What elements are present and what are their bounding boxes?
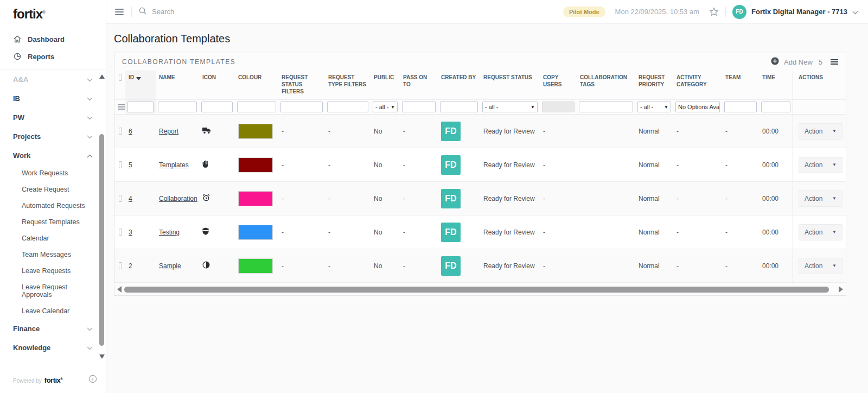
scroll-up-arrow-icon[interactable] <box>99 74 105 79</box>
column-header-copy_users[interactable]: COPY USERS <box>540 71 577 99</box>
column-header-public[interactable]: PUBLIC <box>371 71 400 99</box>
column-header-team[interactable]: TEAM <box>722 71 759 99</box>
row-name-link[interactable]: Templates <box>159 161 189 169</box>
row-id-link[interactable]: 3 <box>129 229 132 236</box>
table-filter-row: - all -▼- all -▼- all -▼No Options Ava▼ <box>114 100 846 115</box>
filter-team-input[interactable] <box>724 102 757 112</box>
sidebar-item-knowledge[interactable]: Knowledge <box>0 338 98 357</box>
column-header-actions[interactable]: ACTIONS <box>793 71 846 99</box>
column-header-collaboration_tags[interactable]: COLLABORATION TAGS <box>577 71 635 99</box>
scrollbar-thumb[interactable] <box>124 287 829 293</box>
row-name-link[interactable]: Sample <box>159 262 181 270</box>
cell-value: - <box>725 128 727 135</box>
filter-menu-icon[interactable] <box>118 104 125 110</box>
sidebar-item-people[interactable]: People <box>0 357 98 363</box>
sidebar-item-request-templates[interactable]: Request Templates <box>0 214 98 230</box>
row-name-link[interactable]: Testing <box>159 229 180 236</box>
sidebar-item-finance[interactable]: Finance <box>0 319 98 338</box>
search-input[interactable] <box>152 8 315 16</box>
row-id-link[interactable]: 4 <box>129 195 132 202</box>
sidebar-item-pw[interactable]: PW <box>0 108 98 127</box>
sidebar-item-automated-requests[interactable]: Automated Requests <box>0 198 98 214</box>
info-icon[interactable] <box>88 375 97 385</box>
row-checkbox[interactable] <box>119 229 122 236</box>
cell-collaboration_tags <box>577 115 635 148</box>
sidebar-item-work-requests[interactable]: Work Requests <box>0 165 98 181</box>
sidebar-item-reports[interactable]: Reports <box>0 48 106 65</box>
scrollbar-track[interactable] <box>124 287 836 293</box>
plus-circle-icon[interactable] <box>771 57 779 67</box>
sidebar-item-ib[interactable]: IB <box>0 89 98 108</box>
cell-icon <box>199 249 235 282</box>
collaboration-templates-card: COLLABORATION TEMPLATES Add New 5 IDNAME… <box>114 53 846 296</box>
row-id-link[interactable]: 5 <box>129 161 132 169</box>
sidebar-scrollbar[interactable] <box>99 70 105 363</box>
action-button[interactable]: Action▼ <box>799 157 843 173</box>
column-header-request_status[interactable]: REQUEST STATUS <box>480 71 540 99</box>
column-header-pass_on_to[interactable]: PASS ON TO <box>400 71 438 99</box>
sidebar-item-create-request[interactable]: Create Request <box>0 181 98 198</box>
action-button-label: Action <box>805 262 822 270</box>
scroll-left-arrow-icon[interactable] <box>117 286 122 293</box>
column-header-request_status_filters[interactable]: REQUEST STATUS FILTERS <box>278 71 325 99</box>
column-settings-icon[interactable] <box>831 59 838 65</box>
sidebar-item-a-a[interactable]: A&A <box>0 70 98 89</box>
row-checkbox[interactable] <box>119 128 122 135</box>
column-header-name[interactable]: NAME <box>156 71 199 99</box>
row-name-link[interactable]: Collaboration <box>159 195 197 202</box>
action-button[interactable]: Action▼ <box>799 123 843 140</box>
sidebar-item-work[interactable]: Work <box>0 146 98 165</box>
filter-pass_on_to-input[interactable] <box>402 102 436 112</box>
column-header-id[interactable]: ID <box>125 71 156 99</box>
filter-icon-input[interactable] <box>201 102 233 112</box>
sidebar-scrollbar-thumb[interactable] <box>99 134 104 346</box>
column-header-created_by[interactable]: CREATED BY <box>438 71 480 99</box>
filter-colour-input[interactable] <box>237 102 276 112</box>
star-icon[interactable] <box>709 7 719 17</box>
sidebar-item-team-messages[interactable]: Team Messages <box>0 246 98 263</box>
sidebar-item-leave-calendar[interactable]: Leave Calendar <box>0 303 98 319</box>
powered-by-label: Powered by <box>13 378 42 384</box>
filter-request_status-select[interactable]: - all -▼ <box>482 102 538 112</box>
row-name-link[interactable]: Report <box>159 128 178 135</box>
filter-name-input[interactable] <box>158 102 197 112</box>
sidebar-item-leave-requests[interactable]: Leave Requests <box>0 263 98 279</box>
sidebar-item-dashboard[interactable]: Dashboard <box>0 30 106 48</box>
sidebar-item-calendar[interactable]: Calendar <box>0 230 98 246</box>
cell-icon <box>199 182 235 215</box>
column-header-request_type_filters[interactable]: REQUEST TYPE FILTERS <box>325 71 371 99</box>
filter-request_type_filters-input[interactable] <box>327 102 368 112</box>
scroll-right-arrow-icon[interactable] <box>839 286 843 293</box>
row-checkbox[interactable] <box>119 262 122 269</box>
action-button[interactable]: Action▼ <box>799 191 843 207</box>
filter-activity_category-select[interactable]: No Options Ava▼ <box>675 102 720 112</box>
sidebar-item-projects[interactable]: Projects <box>0 127 98 146</box>
column-header-activity_category[interactable]: ACTIVITY CATEGORY <box>673 71 722 99</box>
sidebar-item-leave-request-approvals[interactable]: Leave Request Approvals <box>0 279 98 303</box>
filter-id-input[interactable] <box>127 102 154 112</box>
row-checkbox[interactable] <box>119 195 122 202</box>
column-header-label: REQUEST PRIORITY <box>639 74 670 88</box>
table-row: 4Collaboration--No-FDReady for Review-No… <box>114 182 846 215</box>
column-header-icon[interactable]: ICON <box>199 71 235 99</box>
column-header-time[interactable]: TIME <box>759 71 793 99</box>
action-button[interactable]: Action▼ <box>799 258 843 274</box>
filter-public-select[interactable]: - all -▼ <box>373 102 398 112</box>
filter-time-input[interactable] <box>761 102 790 112</box>
menu-toggle-icon[interactable] <box>114 7 125 17</box>
cell-value: - <box>543 128 545 135</box>
column-header-colour[interactable]: COLOUR <box>235 71 278 99</box>
filter-created_by-input[interactable] <box>440 102 478 112</box>
column-header-request_priority[interactable]: REQUEST PRIORITY <box>635 71 673 99</box>
add-new-button[interactable]: Add New <box>784 58 813 66</box>
user-menu[interactable]: FD Fortix Digital Manager - 7713 <box>732 5 858 19</box>
row-id-link[interactable]: 2 <box>129 262 132 270</box>
select-all-checkbox[interactable] <box>119 74 122 81</box>
row-id-link[interactable]: 6 <box>129 128 132 135</box>
filter-request_priority-select[interactable]: - all -▼ <box>637 102 671 112</box>
filter-request_status_filters-input[interactable] <box>280 102 323 112</box>
action-button[interactable]: Action▼ <box>799 224 843 240</box>
scroll-down-arrow-icon[interactable] <box>99 354 105 359</box>
row-checkbox[interactable] <box>119 161 122 168</box>
filter-collaboration_tags-input[interactable] <box>579 102 633 112</box>
